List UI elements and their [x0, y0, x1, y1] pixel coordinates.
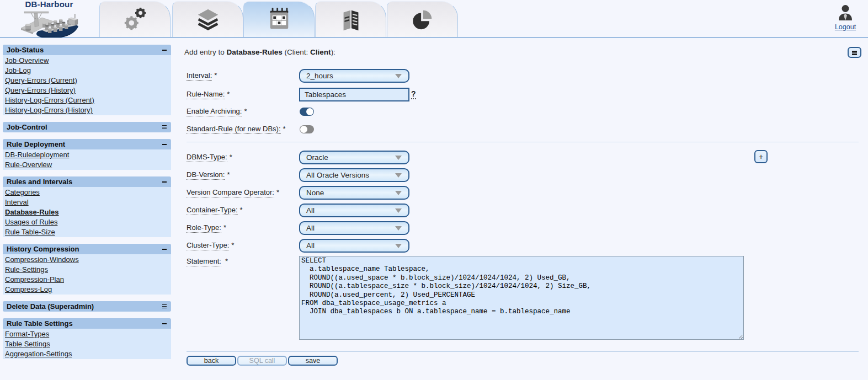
- sql-call-button[interactable]: SQL call: [237, 356, 287, 366]
- sidebar-item-table-settings[interactable]: Table Settings: [3, 339, 171, 349]
- title-suffix: ):: [331, 48, 336, 56]
- app-header: DB-Harbour: [0, 0, 868, 38]
- sidebar-item-compress-log[interactable]: Compress-Log: [3, 285, 171, 295]
- sidebar-item-database-rules[interactable]: Database-Rules: [3, 207, 171, 217]
- required-marker: *: [227, 170, 230, 179]
- sidebar-item-rule-settings[interactable]: Rule-Settings: [3, 265, 171, 275]
- section-header-history-compression[interactable]: History Compression: [3, 244, 171, 254]
- sidebar-item-history-log-errors-history[interactable]: History-Log-Errors (History): [3, 105, 171, 115]
- sidebar-item-job-log[interactable]: Job-Log: [3, 66, 171, 76]
- standard-rule-toggle[interactable]: [300, 125, 314, 133]
- sidebar-section-history-compression: History Compression Compression-Windows …: [3, 244, 171, 295]
- footer-divider: [187, 351, 859, 352]
- toggle-knob: [300, 126, 307, 133]
- sidebar-section-delete-data: Delete Data (Superadmin): [3, 301, 171, 312]
- app-logo: DB-Harbour: [17, 0, 82, 37]
- tab-settings[interactable]: [99, 1, 171, 37]
- db-version-select[interactable]: All Oracle Versions: [299, 168, 409, 182]
- version-compare-operator-value: None: [306, 188, 324, 198]
- rule-name-input[interactable]: [299, 88, 409, 101]
- section-header-delete-data[interactable]: Delete Data (Superadmin): [3, 301, 171, 312]
- required-marker: *: [225, 257, 228, 265]
- sidebar-item-compression-plan[interactable]: Compression-Plan: [3, 275, 171, 285]
- sidebar-item-history-log-errors-current[interactable]: History-Log-Errors (Current): [3, 95, 171, 105]
- dbms-type-select[interactable]: Oracle: [299, 151, 409, 164]
- label-text: Cluster-Type:: [187, 241, 229, 250]
- collapse-icon[interactable]: [162, 181, 167, 183]
- role-type-label: Role-Type:*: [187, 223, 226, 232]
- tab-statistics[interactable]: [387, 1, 458, 37]
- db-version-label: DB-Version:*: [187, 170, 230, 179]
- layers-icon: [195, 7, 221, 32]
- collapse-icon[interactable]: [162, 249, 167, 250]
- expand-icon[interactable]: [162, 125, 167, 126]
- sidebar-item-rule-overview[interactable]: Rule-Overview: [3, 160, 171, 170]
- required-marker: *: [223, 223, 226, 232]
- section-items: DB-Ruledeployment Rule-Overview: [3, 149, 171, 170]
- back-button[interactable]: back: [187, 356, 236, 366]
- sidebar-item-usages-of-rules[interactable]: Usages of Rules: [3, 217, 171, 227]
- sidebar-item-db-ruledeployment[interactable]: DB-Ruledeployment: [3, 150, 171, 160]
- statement-label: Statement:*: [187, 257, 228, 265]
- menu-icon: [852, 51, 857, 52]
- sidebar-item-query-errors-history[interactable]: Query-Errors (History): [3, 85, 171, 95]
- section-header-job-status[interactable]: Job-Status: [3, 45, 171, 55]
- section-header-rule-deployment[interactable]: Rule Deployment: [3, 139, 171, 149]
- cluster-type-label: Cluster-Type:*: [187, 241, 234, 249]
- add-rule-button[interactable]: +: [754, 150, 768, 163]
- section-header-rules-and-intervals[interactable]: Rules and Intervals: [3, 176, 171, 187]
- cluster-type-value: All: [306, 241, 315, 251]
- collapse-icon[interactable]: [162, 144, 167, 145]
- sidebar-item-query-errors-current[interactable]: Query-Errors (Current): [3, 76, 171, 85]
- collapse-icon[interactable]: [162, 323, 167, 324]
- form-row: Cluster-Type:* All: [187, 239, 859, 253]
- sidebar-item-format-types[interactable]: Format-Types: [3, 329, 171, 339]
- tab-layers[interactable]: [172, 1, 243, 37]
- enable-archiving-toggle[interactable]: [300, 108, 314, 116]
- sidebar-item-compression-windows[interactable]: Compression-Windows: [3, 255, 171, 265]
- container-type-label: Container-Type:*: [187, 206, 243, 214]
- section-title: Delete Data (Superadmin): [7, 302, 94, 311]
- expand-icon[interactable]: [162, 304, 167, 305]
- rule-name-label: Rule-Name:*: [187, 90, 230, 98]
- tab-scheduler[interactable]: [243, 1, 315, 37]
- sidebar-section-rule-table-settings: Rule Table Settings Format-Types Table S…: [3, 318, 171, 359]
- table-menu-button[interactable]: [848, 47, 861, 58]
- sidebar-section-job-status: Job-Status Job-Overview Job-Log Query-Er…: [3, 45, 171, 115]
- sidebar-item-categories[interactable]: Categories: [3, 188, 171, 197]
- chevron-down-icon: [395, 191, 402, 195]
- pie-chart-icon: [410, 7, 435, 32]
- required-marker: *: [227, 90, 230, 98]
- section-header-job-control[interactable]: Job-Control: [3, 122, 171, 132]
- cluster-type-select[interactable]: All: [299, 239, 409, 253]
- report-icon: [338, 7, 364, 32]
- enable-archiving-label: Enable Archiving:*: [187, 107, 247, 115]
- label-text: Interval:: [187, 71, 212, 81]
- tab-reports[interactable]: [315, 1, 386, 37]
- sidebar-item-interval[interactable]: Interval: [3, 197, 171, 207]
- save-button[interactable]: save: [288, 356, 338, 366]
- statement-textarea[interactable]: SELECT a.tablespace_name Tablespace, ROU…: [299, 256, 744, 340]
- container-type-value: All: [306, 206, 315, 216]
- required-marker: *: [230, 153, 232, 161]
- form-row: Container-Type:* All: [187, 204, 859, 217]
- container-type-select[interactable]: All: [299, 204, 409, 217]
- toggle-knob: [306, 108, 313, 115]
- rule-name-help[interactable]: ?: [411, 89, 416, 99]
- section-title: Rules and Intervals: [7, 178, 72, 186]
- version-compare-operator-select[interactable]: None: [299, 186, 409, 200]
- title-mid: (Client:: [283, 48, 310, 56]
- form-row: DB-Version:* All Oracle Versions: [187, 168, 859, 182]
- interval-select[interactable]: 2_hours: [299, 69, 409, 83]
- sidebar-item-rule-table-size[interactable]: Rule Table-Size: [3, 227, 171, 237]
- logout-link[interactable]: Logout: [835, 23, 856, 31]
- sidebar-item-aggregation-settings[interactable]: Aggregation-Settings: [3, 349, 171, 359]
- sidebar-item-job-overview[interactable]: Job-Overview: [3, 56, 171, 66]
- harbour-ship-icon: [18, 7, 81, 38]
- version-compare-operator-label: Version Compare Operator:*: [187, 188, 279, 196]
- required-marker: *: [276, 188, 279, 196]
- collapse-icon[interactable]: [162, 50, 167, 51]
- role-type-select[interactable]: All: [299, 221, 409, 235]
- section-header-rule-table-settings[interactable]: Rule Table Settings: [3, 318, 171, 329]
- form-row: Enable Archiving:*: [187, 106, 859, 116]
